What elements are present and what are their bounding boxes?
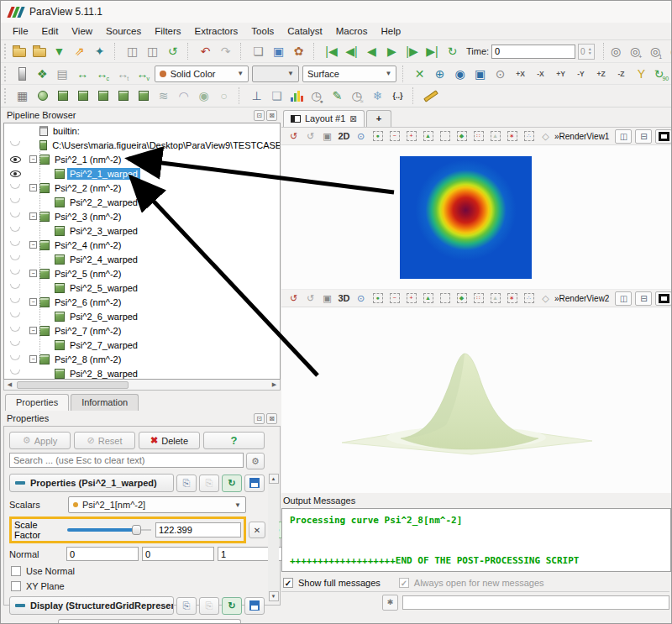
collapse-expander-icon[interactable]: − bbox=[29, 184, 37, 191]
camera-undo-icon[interactable]: ◎1 bbox=[647, 42, 666, 61]
pipeline-item-label[interactable]: Psi^2_2_warped bbox=[67, 197, 140, 208]
color-array-select[interactable]: Solid Color ▼ bbox=[155, 66, 249, 82]
search-options-button[interactable]: ⚙ bbox=[246, 453, 265, 469]
hover-cells-icon[interactable]: ∴ bbox=[521, 291, 537, 306]
open-file-icon[interactable] bbox=[9, 42, 29, 61]
next-frame-icon[interactable]: |▶ bbox=[402, 42, 422, 61]
set-view-minus-z-button[interactable]: -Z bbox=[612, 64, 631, 83]
interactive-select-points-icon[interactable]: ∗ bbox=[504, 128, 520, 144]
pipeline-item-label[interactable]: Psi^2_7_warped bbox=[67, 339, 140, 351]
pipeline-item[interactable]: −Psi^2_2 (nm^-2) bbox=[4, 181, 280, 195]
save-state-icon[interactable] bbox=[29, 42, 49, 61]
save-defaults-button[interactable] bbox=[244, 475, 265, 492]
menu-edit[interactable]: Edit bbox=[35, 24, 66, 38]
always-open-checkbox[interactable] bbox=[399, 578, 409, 588]
connect-server-icon[interactable]: ◫ bbox=[123, 42, 142, 61]
time-input[interactable] bbox=[491, 45, 575, 59]
pipeline-item-label[interactable]: Psi^2_7 (nm^-2) bbox=[52, 325, 123, 337]
color-palette-icon[interactable]: ✿ bbox=[289, 42, 308, 61]
set-view-plus-x-button[interactable]: +X bbox=[511, 64, 530, 83]
split-horizontal-icon[interactable]: ◫ bbox=[615, 291, 632, 306]
pipeline-item-label[interactable]: Psi^2_4_warped bbox=[67, 254, 140, 265]
link-camera-icon[interactable]: ↺ bbox=[302, 291, 318, 306]
menu-filters[interactable]: Filters bbox=[148, 24, 187, 38]
pipeline-item-label[interactable]: Psi^2_4 (nm^-2) bbox=[52, 239, 123, 251]
save-display-button[interactable] bbox=[244, 597, 265, 615]
display-section-header[interactable]: Display (StructuredGridRepresentatio bbox=[9, 596, 174, 615]
set-view-plus-y-button[interactable]: +Y bbox=[551, 64, 570, 83]
select-points-rect-icon[interactable] bbox=[437, 128, 453, 144]
rescale-to-data-range-icon[interactable]: ↔ bbox=[73, 64, 92, 83]
toolbar-grip[interactable] bbox=[4, 88, 9, 103]
normal-z-input[interactable] bbox=[218, 547, 290, 561]
toolbar-grip[interactable] bbox=[4, 66, 9, 81]
visibility-off-icon[interactable] bbox=[4, 272, 26, 275]
camera-redo-icon[interactable]: ◎2 bbox=[667, 42, 672, 61]
zoom-closest-to-data-icon[interactable]: ▣ bbox=[470, 64, 490, 83]
plot-data-icon[interactable]: ✎ bbox=[328, 87, 347, 106]
show-full-messages-checkbox[interactable] bbox=[283, 578, 293, 588]
pipeline-item[interactable]: Psi^2_6_warped bbox=[4, 309, 280, 323]
menu-catalyst[interactable]: Catalyst bbox=[281, 24, 329, 38]
tab-layout-1[interactable]: Layout #1 ⊠ bbox=[283, 110, 365, 127]
calculator-icon[interactable]: ▦ bbox=[13, 87, 32, 106]
select-cells-through-icon[interactable]: ▲ bbox=[420, 128, 436, 144]
color-swatch-icon[interactable] bbox=[13, 64, 32, 83]
visibility-off-icon[interactable] bbox=[4, 201, 26, 203]
colormap-plot-2d[interactable] bbox=[400, 156, 532, 279]
collapse-expander-icon[interactable]: − bbox=[29, 241, 37, 249]
ruler-icon[interactable] bbox=[421, 87, 440, 106]
undo-icon[interactable]: ↶ bbox=[196, 42, 215, 61]
scale-factor-slider[interactable] bbox=[67, 524, 151, 536]
capture-screenshot-icon[interactable]: ⇗ bbox=[70, 42, 89, 61]
select-cells-faded-icon[interactable]: ▲ bbox=[487, 128, 503, 144]
capture-view-icon[interactable]: ▣ bbox=[319, 291, 335, 306]
visibility-off-icon[interactable] bbox=[4, 244, 26, 246]
set-view-plus-z-button[interactable]: +Z bbox=[591, 64, 611, 83]
pipeline-horizontal-scrollbar[interactable]: ◀ ▶ bbox=[3, 380, 281, 391]
menu-extractors[interactable]: Extractors bbox=[188, 24, 245, 38]
pipeline-item[interactable]: −Psi^2_8 (nm^-2) bbox=[4, 352, 280, 366]
temporal-interpolator-icon[interactable]: ❄ bbox=[368, 87, 387, 106]
programmable-filter-button[interactable]: {..} bbox=[388, 87, 407, 106]
zoom-to-selection-camera-icon[interactable]: ◎ bbox=[606, 42, 626, 61]
plot-over-line-icon[interactable]: ⊥ bbox=[247, 87, 266, 106]
slice-icon[interactable] bbox=[73, 87, 92, 106]
spinner-arrows-icon[interactable]: ▲▼ bbox=[588, 47, 592, 55]
visibility-off-icon[interactable] bbox=[4, 315, 26, 317]
threshold-icon[interactable] bbox=[93, 87, 113, 106]
redo-icon[interactable]: ↷ bbox=[216, 42, 235, 61]
properties-vertical-scrollbar[interactable]: ▲ ▼ bbox=[268, 474, 279, 601]
frame-spinbox[interactable]: 0 ▲▼ bbox=[578, 44, 595, 60]
pipeline-item-label[interactable]: Psi^2_1_warped bbox=[67, 168, 140, 180]
rotate-90-clockwise-icon[interactable]: ↻90 bbox=[652, 64, 671, 83]
hover-cells-icon[interactable]: ∴ bbox=[521, 128, 537, 144]
split-horizontal-icon[interactable]: ◫ bbox=[615, 129, 632, 144]
menu-sources[interactable]: Sources bbox=[99, 24, 148, 38]
visibility-off-icon[interactable] bbox=[4, 215, 26, 218]
link-camera-icon[interactable]: ↺ bbox=[302, 128, 318, 144]
tab-information[interactable]: Information bbox=[71, 394, 139, 411]
warp-by-vector-icon[interactable]: ◠ bbox=[174, 87, 193, 106]
normal-y-input[interactable] bbox=[142, 547, 214, 561]
menu-tools[interactable]: Tools bbox=[244, 24, 281, 38]
menu-help[interactable]: Help bbox=[374, 24, 407, 38]
maximize-view-icon[interactable] bbox=[655, 291, 672, 306]
select-block-icon[interactable]: ◇ bbox=[538, 291, 554, 306]
auto-apply-icon[interactable]: ❏ bbox=[249, 42, 268, 61]
select-points-rect-icon[interactable] bbox=[437, 291, 453, 306]
previous-frame-icon[interactable]: ◀| bbox=[342, 42, 361, 61]
pipeline-item[interactable]: −Psi^2_5 (nm^-2) bbox=[4, 266, 280, 281]
pipeline-item-label[interactable]: builtin: bbox=[50, 125, 82, 137]
slider-handle[interactable] bbox=[132, 525, 141, 535]
collapse-expander-icon[interactable]: − bbox=[29, 270, 37, 277]
pipeline-item-label[interactable]: Psi^2_1 (nm^-2) bbox=[52, 154, 123, 165]
toolbar-grip[interactable] bbox=[4, 44, 6, 59]
output-messages-box[interactable]: Processing curve Psi^2_8[nm^-2] ++++++++… bbox=[281, 508, 671, 572]
scroll-right-icon[interactable]: ▶ bbox=[269, 381, 280, 388]
use-normal-checkbox[interactable] bbox=[11, 566, 21, 576]
menu-view[interactable]: View bbox=[65, 24, 99, 38]
adjust-camera-icon[interactable]: ↺ bbox=[286, 291, 302, 306]
scalars-select[interactable]: Psi^2_1[nm^-2] ▼ bbox=[68, 496, 246, 513]
pipeline-item[interactable]: −Psi^2_1 (nm^-2) bbox=[4, 152, 280, 166]
